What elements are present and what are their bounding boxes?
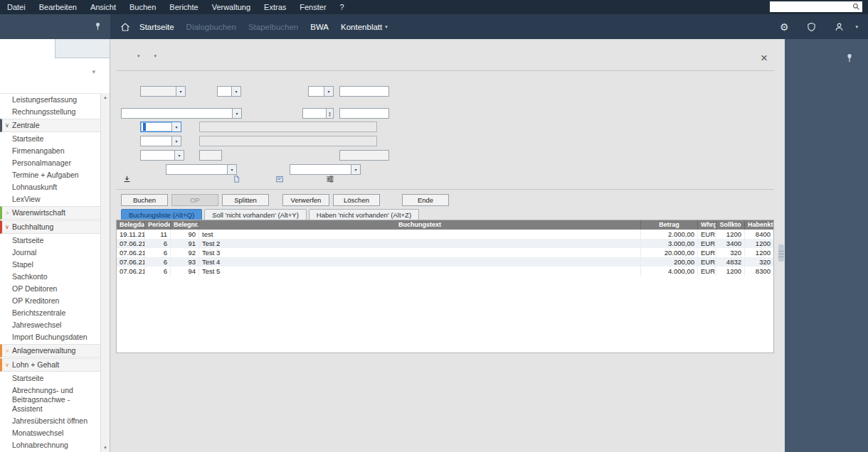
- sidebar-nav-item[interactable]: Lohnauskunft: [0, 181, 100, 193]
- close-icon[interactable]: [761, 53, 768, 63]
- steuer-select[interactable]: ▾: [140, 150, 184, 161]
- column-header[interactable]: Habenkto: [745, 220, 773, 230]
- sidebar-nav-item[interactable]: Buchhaltung: [0, 220, 100, 234]
- sidebar-nav-item[interactable]: Import Buchungsdaten: [0, 331, 100, 343]
- menu-item[interactable]: Ansicht: [90, 3, 116, 11]
- home-icon[interactable]: [120, 22, 130, 32]
- optionen-link[interactable]: [326, 175, 337, 183]
- sidebar-nav-item[interactable]: Jahresübersicht öffnen: [0, 415, 100, 427]
- scroll-up-icon[interactable]: ▲: [101, 95, 110, 99]
- haben-select[interactable]: ▾: [140, 136, 181, 146]
- nav-tab[interactable]: Stapelbuchen ▾: [248, 23, 298, 31]
- menu-item[interactable]: Datei: [7, 3, 26, 11]
- menu-item[interactable]: Buchen: [129, 3, 156, 11]
- sidebar-nav-item[interactable]: Anlagenverwaltung: [0, 344, 100, 357]
- search-input[interactable]: [773, 2, 852, 11]
- sicherheitszentrale-button[interactable]: [807, 22, 820, 32]
- nav-tab[interactable]: Startseite ▾: [139, 23, 174, 31]
- sidebar-nav-item[interactable]: OP Kreditoren: [0, 295, 100, 307]
- column-header[interactable]: Buchungstext: [199, 220, 641, 230]
- nav-tab[interactable]: BWA ▾: [310, 23, 329, 31]
- sidebar-nav-item[interactable]: Abrechnungs- und Beitragsnachwe -Assiste…: [0, 384, 100, 415]
- buchungstext-select[interactable]: ▾: [121, 108, 242, 119]
- tab-mein-buero[interactable]: [55, 39, 110, 58]
- action-button[interactable]: Splitten: [222, 194, 269, 206]
- column-header[interactable]: Whrg: [698, 220, 716, 230]
- action-button[interactable]: Verwerfen: [282, 194, 329, 206]
- column-header[interactable]: Belegdat.: [117, 220, 145, 230]
- chevron-down-icon[interactable]: ▾: [137, 53, 140, 59]
- soll-select[interactable]: ▾: [140, 122, 181, 132]
- nav-tab[interactable]: Dialogbuchen ▾: [186, 23, 236, 31]
- sidebar-nav-item[interactable]: Jahreswechsel: [0, 319, 100, 331]
- brutto-spinner[interactable]: ▴▾: [302, 108, 334, 119]
- table-row[interactable]: 19.11.21 11 90 test 2.000,00 EUR 1200 84…: [117, 230, 773, 239]
- sidebar-nav-item[interactable]: Lohn + Gehalt: [0, 358, 100, 372]
- column-header[interactable]: Belegnr.: [171, 220, 199, 230]
- pin-icon[interactable]: [845, 53, 854, 63]
- sidebar-nav-item[interactable]: Startseite: [0, 372, 100, 384]
- nummer-input[interactable]: [339, 86, 389, 97]
- sidebar-nav-item[interactable]: Journal: [0, 247, 100, 259]
- kostentraeger-select[interactable]: ▾: [290, 164, 361, 175]
- menu-item[interactable]: Verwaltung: [212, 3, 250, 11]
- buchungsvorlage-link[interactable]: [123, 175, 134, 183]
- mein-lexware-button[interactable]: ▾: [835, 22, 858, 32]
- table-row[interactable]: 07.06.21 6 92 Test 3 20.000,00 EUR 320 1…: [117, 248, 773, 257]
- sidebar-nav-item[interactable]: Firmenangaben: [0, 145, 100, 157]
- hauptnavigation-bar[interactable]: [0, 14, 110, 39]
- sidebar-nav-item[interactable]: LexView: [0, 193, 100, 205]
- beleg-link[interactable]: [275, 175, 287, 183]
- action-button[interactable]: Löschen: [333, 194, 380, 206]
- sidebar-nav-item[interactable]: Warenwirtschaft: [0, 206, 100, 220]
- magnifier-icon[interactable]: [852, 3, 860, 11]
- column-header[interactable]: Periode: [145, 220, 171, 230]
- sidebar-nav-item[interactable]: Startseite: [0, 235, 100, 247]
- nav-tab[interactable]: Kontenblatt ▾: [341, 23, 388, 31]
- action-button[interactable]: OP: [171, 194, 218, 206]
- kontenplan-button[interactable]: ⚙: [780, 22, 793, 32]
- sidebar-nav-item[interactable]: Lohnabrechnung: [0, 439, 100, 451]
- sidebar-nav-item[interactable]: Stapel: [0, 259, 100, 271]
- list-tab[interactable]: Haben 'nicht vorhanden' (Alt+Z): [309, 209, 419, 220]
- sidebar-scrollbar[interactable]: ▲ ▼: [100, 93, 110, 452]
- sidebar-nav-item[interactable]: OP Debitoren: [0, 283, 100, 295]
- action-button[interactable]: Ende: [402, 194, 449, 206]
- menu-item[interactable]: Extras: [264, 3, 286, 11]
- sidebar-nav-item[interactable]: Zentrale: [0, 119, 100, 132]
- sidebar-nav-item[interactable]: Leistungserfassung: [0, 94, 100, 106]
- company-selector[interactable]: ▾: [0, 58, 110, 90]
- steuer-amount-input[interactable]: [339, 150, 389, 161]
- sidebar-nav-item[interactable]: Sachkonto: [0, 271, 100, 283]
- kuerzel-select[interactable]: ▾: [308, 86, 334, 97]
- table-row[interactable]: 07.06.21 6 91 Test 2 3.000,00 EUR 3400 1…: [117, 239, 773, 248]
- tab-mandanten[interactable]: [0, 39, 55, 58]
- menu-item[interactable]: Berichte: [169, 3, 198, 11]
- sidebar-nav-item[interactable]: Monatswechsel: [0, 427, 100, 439]
- column-header[interactable]: Sollkto: [716, 220, 745, 230]
- periode-select[interactable]: ▾: [217, 86, 241, 97]
- datum-select[interactable]: ▾: [140, 86, 186, 97]
- steuer-percent-input[interactable]: [199, 150, 222, 161]
- notiz-link[interactable]: [233, 175, 243, 183]
- menu-item[interactable]: Fenster: [300, 3, 326, 11]
- list-tab[interactable]: Buchungsliste (Alt+Q): [121, 209, 202, 220]
- chevron-down-icon[interactable]: ▾: [154, 53, 157, 59]
- betrag-input[interactable]: [339, 108, 389, 119]
- list-tab[interactable]: Soll 'nicht vorhanden' (Alt+Y): [204, 209, 307, 220]
- scroll-down-icon[interactable]: ▼: [101, 446, 110, 450]
- sidebar-nav-item[interactable]: Startseite: [0, 133, 100, 145]
- menu-item[interactable]: ?: [340, 3, 344, 11]
- sidebar-nav-item[interactable]: Termine + Aufgaben: [0, 169, 100, 181]
- kostenstelle-select[interactable]: ▾: [166, 164, 237, 175]
- table-row[interactable]: 07.06.21 6 93 Test 4 200,00 EUR 4832 320: [117, 257, 773, 267]
- column-header[interactable]: Betrag: [641, 220, 698, 230]
- pin-icon[interactable]: [94, 22, 102, 31]
- sidebar-nav-item[interactable]: Berichtszentrale: [0, 307, 100, 319]
- sidebar-nav-item[interactable]: Rechnungsstellung: [0, 106, 100, 118]
- sidebar-nav-item[interactable]: Personalmanager: [0, 157, 100, 169]
- menu-item[interactable]: Bearbeiten: [39, 3, 77, 11]
- panel-splitter-handle[interactable]: [778, 244, 784, 262]
- action-button[interactable]: Buchen: [121, 194, 168, 206]
- table-row[interactable]: 07.06.21 6 94 Test 5 4.000,00 EUR 1200 8…: [117, 267, 773, 276]
